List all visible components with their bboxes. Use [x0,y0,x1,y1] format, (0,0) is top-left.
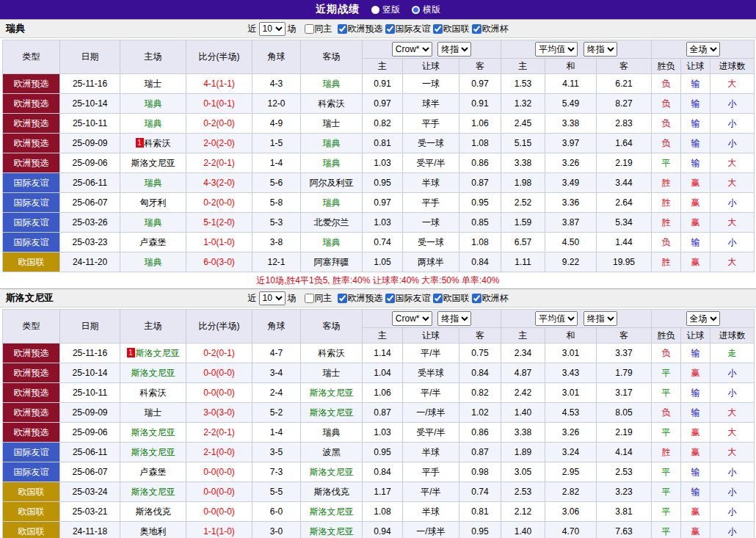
corner-cell: 4-7 [252,343,301,363]
result-handicap-cell: 输 [681,94,710,114]
corner-cell: 2-4 [252,383,301,403]
avg-select[interactable]: 平均值 [535,311,578,326]
result-goals-cell: 小 [710,522,755,538]
league-type-cell: 国际友谊 [3,193,60,213]
filter-toggle-euro-qualifier[interactable]: 欧洲预选 [338,23,383,35]
odds-away-cell: 0.75 [459,343,501,363]
corner-cell: 5-6 [252,173,301,193]
home-team-cell: 斯洛文尼亚 [120,153,186,173]
avg-away-cell: 3.23 [597,482,652,502]
match-row: 欧洲预选25-09-09瑞士3-0(3-0)5-2斯洛文尼亚0.87一/球半1.… [3,403,755,423]
col-avg-home: 主 [501,328,545,343]
result-handicap-cell: 赢 [681,423,710,443]
result-goals-cell: 走 [710,343,755,363]
recent-matches-table: 类型 日期 主场 比分(半场) 角球 客场 Crow* 终指 平均值 终指 全场 [2,40,755,272]
filter-checkbox[interactable] [433,294,443,303]
match-table-body: 欧洲预选25-11-161斯洛文尼亚0-2(0-1)4-7科索沃1.14平/半0… [3,343,755,538]
match-count-select[interactable]: 10 [259,22,286,36]
avg-time-select[interactable]: 终指 [584,311,617,326]
date-cell: 24-11-20 [60,252,120,272]
filter-checkbox[interactable] [472,294,481,303]
odds-away-cell: 0.85 [459,213,501,233]
odds-company-select[interactable]: Crow* [392,311,432,326]
odds-time-select[interactable]: 终指 [437,42,471,57]
avg-select[interactable]: 平均值 [535,42,578,57]
score-cell: 0-0(0-0) [186,502,252,522]
matches-label: 场 [288,292,297,305]
same-home-checkbox[interactable] [305,294,314,303]
corner-cell: 5-8 [252,193,301,213]
score-cell: 0-1(0-1) [186,94,252,114]
odds-away-cell: 0.87 [459,173,501,193]
avg-draw-cell: 3.26 [545,423,597,443]
date-cell: 25-06-11 [60,443,120,462]
odds-away-cell: 0.98 [459,462,501,482]
result-handicap-cell: 赢 [681,193,710,213]
filter-toggle-euro[interactable]: 欧洲杯 [472,23,509,35]
col-avg-draw: 和 [545,59,597,74]
match-row: 国际友谊25-06-07卢森堡0-0(0-0)7-3斯洛文尼亚0.84平手0.9… [3,462,755,482]
date-cell: 25-09-09 [60,403,120,423]
odds-home-cell: 1.06 [363,383,403,403]
odds-handicap-cell: 受一球 [403,233,459,252]
match-row: 欧洲预选25-10-11瑞典0-2(0-0)4-9瑞士0.82平手1.062.4… [3,114,755,134]
score-cell: 0-0(0-0) [186,482,252,502]
filter-checkbox[interactable] [338,294,347,303]
home-team-cell: 1斯洛文尼亚 [120,343,186,363]
matches-label: 场 [288,23,297,35]
avg-draw-cell: 3.26 [545,153,597,173]
odds-home-cell: 0.91 [363,74,403,94]
filter-toggle-nations-league[interactable]: 欧国联 [433,292,470,305]
avg-time-select[interactable]: 终指 [584,42,617,57]
same-home-checkbox[interactable] [305,24,314,34]
league-type-cell: 欧洲预选 [3,383,60,403]
layout-radio-horizontal[interactable]: 横版 [412,4,440,16]
layout-radio-vertical[interactable]: 竖版 [371,4,400,16]
match-count-select[interactable]: 10 [259,291,286,305]
corner-cell: 4-9 [252,114,301,134]
league-type-cell: 欧洲预选 [3,343,60,363]
date-cell: 25-06-11 [60,173,120,193]
filter-toggle-euro[interactable]: 欧洲杯 [472,292,509,305]
filter-checkbox[interactable] [385,24,395,34]
col-home: 主场 [120,40,186,74]
result-handicap-cell: 输 [681,482,710,502]
league-type-cell: 欧洲预选 [3,74,60,94]
result-wdl-cell: 负 [652,403,681,423]
avg-home-cell: 2.53 [501,482,545,502]
league-type-cell: 欧国联 [3,252,60,272]
same-home-toggle[interactable]: 同主 [305,292,332,305]
odds-company-select[interactable]: Crow* [392,42,432,57]
odds-time-select[interactable]: 终指 [437,311,471,326]
corner-cell: 5-2 [252,403,301,423]
filter-toggle-friendly[interactable]: 国际友谊 [385,23,431,35]
match-row: 欧洲预选25-09-06斯洛文尼亚2-2(0-1)1-4瑞典1.03受平/半0.… [3,153,755,173]
avg-home-cell: 3.05 [501,462,545,482]
away-team-cell: 斯洛文尼亚 [301,502,363,522]
filter-checkbox[interactable] [385,294,395,303]
away-team-cell: 瑞士 [301,114,363,134]
fulltime-select-cell: 全场 [652,40,755,59]
score-cell: 6-0(3-0) [186,252,252,272]
filter-toggle-friendly[interactable]: 国际友谊 [385,292,431,305]
fulltime-select[interactable]: 全场 [686,42,720,57]
filter-checkbox[interactable] [433,24,443,34]
filter-toggle-nations-league[interactable]: 欧国联 [433,23,470,35]
away-team-cell: 北爱尔兰 [301,213,363,233]
fulltime-select[interactable]: 全场 [686,311,720,326]
odds-selects-cell: Crow* 终指 [363,40,501,59]
filter-checkbox[interactable] [472,24,481,34]
home-team-cell: 卢森堡 [120,462,186,482]
filter-toggle-euro-qualifier[interactable]: 欧洲预选 [338,292,383,305]
result-wdl-cell: 胜 [652,193,681,213]
col-home: 主场 [120,310,186,343]
league-type-cell: 欧洲预选 [3,153,60,173]
section-team-title: 瑞典 [6,22,25,35]
result-goals-cell: 小 [710,233,755,252]
result-wdl-cell: 平 [652,363,681,383]
odds-away-cell: 0.95 [459,193,501,213]
filter-checkbox[interactable] [338,24,347,34]
result-wdl-cell: 平 [652,482,681,502]
same-home-toggle[interactable]: 同主 [305,23,332,35]
result-handicap-cell: 输 [681,233,710,252]
